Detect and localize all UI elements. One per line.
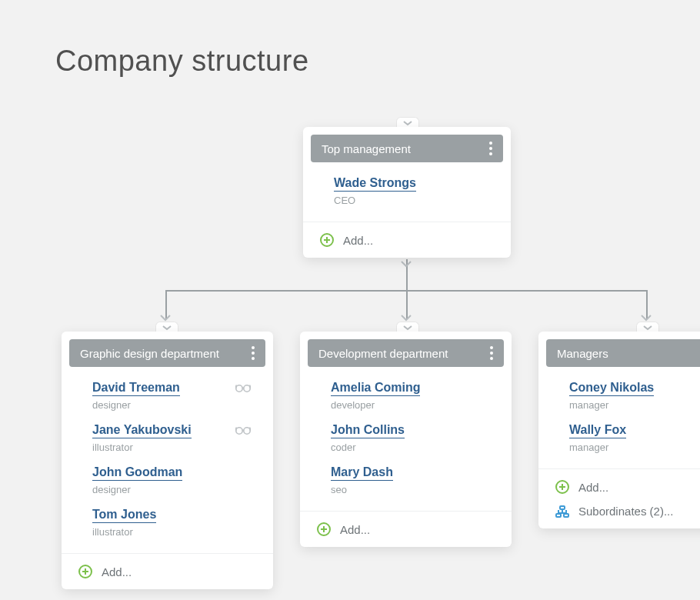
page-title: Company structure [55, 45, 309, 78]
subordinates-button[interactable]: Subordinates (2)... [538, 505, 700, 528]
add-member-button[interactable]: Add... [538, 469, 700, 505]
member-name-link[interactable]: David Treeman [92, 381, 180, 396]
plus-icon [320, 233, 334, 247]
member-list: Coney NikolasmanagerWally Foxmanager [538, 367, 700, 464]
add-label: Add... [340, 523, 370, 536]
member-name-link[interactable]: Coney Nikolas [569, 381, 654, 396]
member-role: manager [569, 399, 700, 411]
org-card-graphic-design: Graphic design department David Treemand… [62, 332, 273, 589]
member-item: David Treemandesigner [92, 375, 258, 417]
member-item: Mary Dashseo [331, 459, 496, 502]
card-footer: Add... [300, 511, 512, 547]
plus-icon [317, 522, 331, 536]
member-name-link[interactable]: Wade Strongs [334, 176, 416, 192]
member-item: Wally Foxmanager [569, 417, 700, 459]
glasses-icon[interactable] [235, 382, 252, 396]
card-footer: Add... [62, 553, 273, 589]
chevron-down-icon [399, 314, 413, 322]
add-label: Add... [343, 234, 373, 247]
svg-point-2 [236, 428, 242, 434]
member-list: David TreemandesignerJane Yakubovskiillu… [62, 367, 273, 548]
card-menu-button[interactable] [489, 142, 492, 155]
add-member-button[interactable]: Add... [303, 222, 511, 258]
card-header: Graphic design department [69, 339, 265, 367]
chevron-down-icon [158, 314, 172, 322]
add-member-button[interactable]: Add... [300, 512, 512, 547]
card-title: Managers [557, 347, 608, 360]
card-header: Managers [546, 339, 700, 367]
svg-point-3 [244, 428, 250, 434]
subordinates-icon [555, 505, 569, 518]
card-header: Top management [311, 135, 503, 162]
add-label: Add... [578, 481, 608, 494]
member-name-link[interactable]: Amelia Coming [331, 381, 420, 396]
member-role: coder [331, 442, 496, 453]
member-role: illustrator [92, 526, 258, 538]
member-role: manager [569, 442, 700, 453]
glasses-icon[interactable] [235, 425, 252, 438]
svg-point-1 [244, 385, 250, 392]
member-name-link[interactable]: Wally Fox [569, 423, 626, 438]
member-role: designer [92, 484, 258, 495]
member-item: Wade StrongsCEO [334, 170, 495, 212]
svg-point-0 [236, 385, 242, 392]
member-role: seo [331, 484, 496, 495]
member-item: Tom Jonesillustrator [92, 502, 258, 544]
card-footer: Add... [303, 222, 511, 258]
plus-icon [78, 565, 92, 578]
chevron-down-icon [399, 260, 413, 268]
card-title: Development department [318, 347, 448, 360]
card-title: Graphic design department [80, 347, 219, 360]
org-card-managers: Managers Coney NikolasmanagerWally Foxma… [538, 332, 700, 528]
member-role: illustrator [92, 442, 258, 453]
add-member-button[interactable]: Add... [62, 554, 273, 589]
card-menu-button[interactable] [490, 346, 493, 360]
member-name-link[interactable]: Tom Jones [92, 508, 156, 523]
add-label: Add... [102, 565, 132, 578]
member-name-link[interactable]: John Collins [331, 423, 405, 438]
card-footer: Add...Subordinates (2)... [538, 468, 700, 528]
card-header: Development department [308, 339, 504, 367]
member-list: Wade StrongsCEO [303, 162, 511, 217]
card-menu-button[interactable] [252, 346, 255, 360]
member-item: John Goodmandesigner [92, 459, 258, 502]
member-role: developer [331, 399, 496, 411]
member-item: Coney Nikolasmanager [569, 375, 700, 417]
member-name-link[interactable]: Jane Yakubovski [92, 423, 192, 438]
member-role: CEO [334, 195, 495, 206]
member-name-link[interactable]: Mary Dash [331, 465, 393, 481]
member-item: Amelia Comingdeveloper [331, 375, 496, 417]
plus-icon [555, 480, 569, 494]
org-card-development: Development department Amelia Comingdeve… [300, 332, 512, 547]
card-title: Top management [322, 142, 411, 155]
org-card-top-management: Top management Wade StrongsCEO Add... [303, 127, 511, 258]
member-item: John Collinscoder [331, 417, 496, 459]
chevron-down-icon [639, 314, 653, 322]
member-item: Jane Yakubovskiillustrator [92, 417, 258, 459]
member-role: designer [92, 399, 258, 411]
subordinates-label: Subordinates (2)... [578, 505, 673, 518]
member-list: Amelia ComingdeveloperJohn CollinscoderM… [300, 367, 512, 506]
member-name-link[interactable]: John Goodman [92, 465, 182, 481]
